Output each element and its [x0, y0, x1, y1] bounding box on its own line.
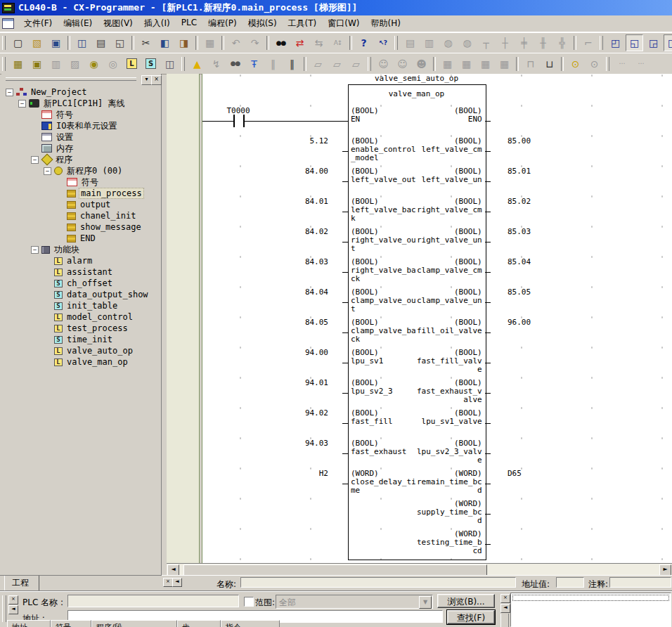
- fb-output-operand[interactable]: 85.04: [508, 258, 550, 266]
- cut-icon[interactable]: ✂: [137, 34, 155, 51]
- child-window-icon[interactable]: [2, 18, 14, 29]
- tree-item-data_output_show[interactable]: Sdata_output_show: [1, 289, 160, 300]
- tree-item-ch_offset[interactable]: Sch_offset: [1, 278, 160, 289]
- find-panel-collapse-icon[interactable]: ◄: [8, 605, 18, 614]
- tree-item-label[interactable]: chanel_init: [79, 211, 137, 221]
- scroll-right-icon[interactable]: ►: [659, 564, 671, 576]
- result-column-0[interactable]: 地址: [7, 620, 51, 627]
- tree-item-label[interactable]: 设置: [55, 131, 75, 143]
- tree-item-label[interactable]: assistant: [65, 267, 114, 277]
- tree-item-label[interactable]: valve_man_op: [65, 357, 129, 367]
- menu-item-8[interactable]: 窗口(W): [322, 16, 365, 31]
- toolbar-grip[interactable]: [368, 57, 371, 71]
- tree-item-label[interactable]: 新PLC1[CP1H] 离线: [42, 98, 126, 110]
- result-column-4[interactable]: 指令: [221, 620, 280, 627]
- tree-item-output[interactable]: output: [1, 199, 160, 210]
- address-value-field[interactable]: [556, 577, 584, 588]
- find-icon[interactable]: ●●: [272, 34, 290, 51]
- tree-item-valve_auto_op[interactable]: Lvalve_auto_op: [1, 345, 160, 356]
- fb-input-operand[interactable]: 94.02: [286, 409, 328, 418]
- name-field[interactable]: [240, 577, 516, 588]
- tree-item-label[interactable]: END: [79, 233, 97, 243]
- time-chart-icon[interactable]: ⊔: [541, 56, 558, 72]
- paste-icon[interactable]: ◨: [175, 34, 193, 51]
- tree-item--[interactable]: 符号: [1, 109, 160, 120]
- tree-item-New_Project[interactable]: −New_Project: [1, 86, 160, 98]
- ladder-hscrollbar[interactable]: ◄ ►: [167, 563, 672, 575]
- fb-input-operand[interactable]: 5.12: [286, 137, 328, 146]
- copy-icon[interactable]: ◧: [156, 34, 174, 51]
- plc-name-field[interactable]: [67, 595, 239, 607]
- tree-item-label[interactable]: ch_offset: [65, 278, 114, 288]
- fb-output-operand[interactable]: 85.01: [508, 167, 550, 176]
- fb-input-operand[interactable]: 84.03: [286, 258, 328, 266]
- simulator-run-icon[interactable]: Ŧ: [245, 56, 263, 72]
- result-column-2[interactable]: 程序/段: [91, 620, 177, 627]
- find-replace-icon[interactable]: ⇄: [291, 34, 309, 51]
- open-file-icon[interactable]: ▧: [28, 34, 46, 51]
- tree-panel-grip[interactable]: [6, 77, 136, 81]
- tree-panel-close-icon[interactable]: ×: [151, 75, 162, 85]
- range-select[interactable]: 全部 ▼: [276, 595, 433, 609]
- tree-item-label[interactable]: alarm: [65, 256, 93, 266]
- ladder-diagram[interactable]: T0000 valve_semi_auto_op valve_man_op (B…: [202, 74, 672, 563]
- contact-operand[interactable]: T0000: [217, 107, 260, 115]
- compile-check-icon[interactable]: ◫: [73, 34, 91, 51]
- tree-item-label[interactable]: 功能块: [53, 244, 81, 256]
- tree-item-label[interactable]: test_process: [65, 323, 129, 333]
- toolbar-grip[interactable]: [394, 36, 398, 50]
- tree-item-label[interactable]: init_table: [65, 301, 119, 311]
- tree-item-label[interactable]: main_process: [79, 188, 144, 199]
- tree-item-label[interactable]: 程序: [54, 154, 74, 166]
- fb-input-operand[interactable]: 84.01: [286, 198, 328, 206]
- fb-output-operand[interactable]: 85.03: [508, 228, 550, 236]
- tab-project[interactable]: 工程: [4, 576, 39, 592]
- tree-item-END[interactable]: END: [1, 233, 160, 244]
- tree-item-test_process[interactable]: Ltest_process: [1, 323, 160, 334]
- tree-item-init_table[interactable]: Sinit_table: [1, 300, 160, 311]
- tree-expand-icon[interactable]: −: [18, 100, 26, 108]
- tree-item-IO-[interactable]: IO表和单元设置: [1, 120, 160, 131]
- tree-item-label[interactable]: show_message: [79, 222, 143, 232]
- find-panel-close-icon[interactable]: ×: [8, 595, 18, 605]
- output-selected-row[interactable]: [512, 595, 669, 601]
- fb-input-operand[interactable]: 94.03: [286, 439, 328, 448]
- tree-item-chanel_init[interactable]: chanel_init: [1, 210, 160, 221]
- set-password-icon[interactable]: ⊙: [567, 56, 584, 72]
- tree-item-label[interactable]: output: [79, 200, 112, 209]
- menu-item-0[interactable]: 文件(F): [18, 16, 58, 31]
- fb-input-operand[interactable]: 94.00: [286, 349, 328, 357]
- view-project-window-icon[interactable]: ◱: [626, 34, 643, 51]
- menu-item-4[interactable]: PLC: [176, 16, 202, 31]
- toolbar-grip[interactable]: [2, 36, 6, 50]
- tree-item-main_process[interactable]: main_process: [1, 188, 160, 199]
- simulator-online-icon[interactable]: ▲: [188, 56, 206, 72]
- menu-item-2[interactable]: 视图(V): [98, 16, 138, 31]
- fb-input-operand[interactable]: 84.05: [286, 318, 328, 327]
- find-panel-grip[interactable]: [2, 595, 6, 622]
- save-file-icon[interactable]: ▣: [47, 34, 65, 51]
- fb-input-operand[interactable]: H2: [286, 470, 328, 478]
- view-mnemonics-icon[interactable]: ◰: [607, 34, 624, 51]
- tree-expand-icon[interactable]: −: [6, 89, 13, 96]
- print-preview-icon[interactable]: ◱: [111, 34, 129, 51]
- tree-item-label[interactable]: valve_auto_op: [65, 346, 134, 356]
- browse-button[interactable]: 浏览(B)...: [437, 594, 495, 608]
- tree-item--[interactable]: 符号: [1, 176, 160, 188]
- view-watch-window-icon[interactable]: ◲: [645, 34, 662, 51]
- fb-output-operand[interactable]: 85.02: [508, 198, 550, 206]
- output-collapse-icon[interactable]: ◄: [500, 604, 510, 613]
- menu-item-1[interactable]: 编辑(E): [58, 16, 98, 31]
- output-close-icon[interactable]: ×: [500, 594, 510, 603]
- fb-instance-icon[interactable]: ◫: [161, 56, 179, 72]
- menu-item-5[interactable]: 编程(P): [202, 16, 243, 31]
- menu-item-9[interactable]: 帮助(H): [366, 16, 406, 31]
- result-column-1[interactable]: 符号: [51, 620, 91, 627]
- fb-input-operand[interactable]: 84.02: [286, 228, 328, 236]
- range-checkbox[interactable]: [244, 597, 254, 607]
- tree-item-label[interactable]: model_control: [65, 312, 134, 322]
- tree-item-alarm[interactable]: Lalarm: [1, 255, 160, 266]
- toolbar-grip[interactable]: [181, 57, 185, 71]
- tree-expand-icon[interactable]: −: [31, 246, 39, 254]
- fb-output-operand[interactable]: 85.00: [508, 137, 550, 146]
